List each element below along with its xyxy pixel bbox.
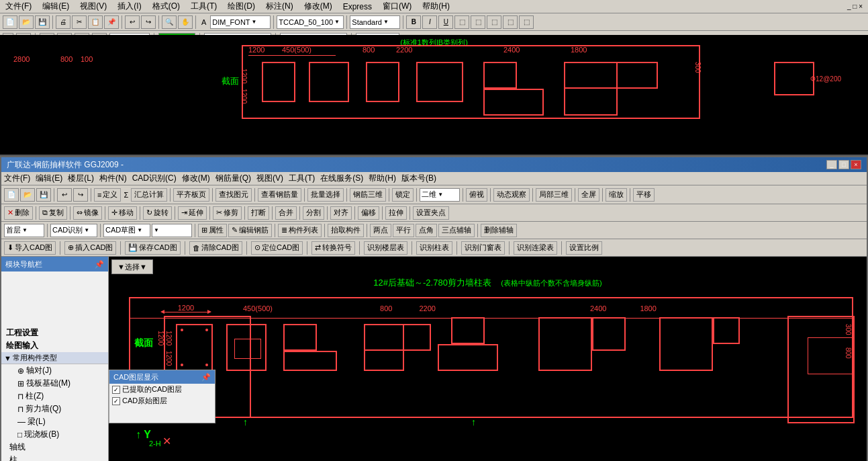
- top-menu-view[interactable]: 视图(V): [77, 1, 109, 12]
- cad-extracted-layer[interactable]: ✓ 已提取的CAD图层: [109, 384, 215, 395]
- ggj-comp-list[interactable]: ≣ 构件列表: [278, 224, 322, 237]
- misc3-btn[interactable]: ⬚: [487, 15, 501, 29]
- top-menu-modify[interactable]: 修改(M): [301, 1, 335, 12]
- ggj-save[interactable]: 💾: [36, 188, 51, 202]
- ggj-menu-online[interactable]: 在线服务(S): [320, 173, 363, 184]
- ggj-undo[interactable]: ↩: [57, 188, 72, 202]
- ggj-del-aux[interactable]: 删除辅轴: [481, 224, 517, 237]
- ggj-edit-rebar[interactable]: ✎ 编辑钢筋: [228, 224, 272, 237]
- sidebar-common-section[interactable]: ▼ 常用构件类型: [1, 352, 108, 364]
- undo-btn[interactable]: ↩: [125, 15, 140, 29]
- ggj-menu-tools[interactable]: 工具(T): [289, 173, 315, 184]
- ggj-trim[interactable]: ✂ 修剪: [213, 206, 242, 220]
- misc4-btn[interactable]: ⬚: [503, 15, 518, 29]
- open-btn[interactable]: 📂: [19, 15, 34, 29]
- ggj-id-floor[interactable]: 识别楼层表: [364, 241, 407, 255]
- ggj-find[interactable]: 查找图元: [215, 188, 252, 202]
- ggj-open[interactable]: 📂: [20, 188, 35, 202]
- top-menu-format[interactable]: 格式(O): [150, 1, 183, 12]
- sidebar-item-axis[interactable]: ⊕ 轴对(J): [1, 364, 108, 377]
- ggj-point-angle[interactable]: 点角: [416, 224, 437, 237]
- top-menu-dim[interactable]: 标注(N): [263, 1, 296, 12]
- ggj-pick[interactable]: 抬取构件: [328, 224, 364, 237]
- ggj-setgrip[interactable]: 设置夹点: [413, 206, 449, 220]
- ggj-rebar3d[interactable]: 钢筋三维: [350, 188, 386, 202]
- ggj-rotate[interactable]: ↻ 旋转: [143, 206, 172, 220]
- ggj-copy[interactable]: ⧉ 复制: [39, 206, 67, 220]
- cad-drawing-combo[interactable]: CAD草图 ▼: [103, 224, 150, 237]
- sidebar-item-column[interactable]: ⊓ 柱(Z): [1, 390, 108, 403]
- ggj-id-column-table[interactable]: 识别柱表: [416, 241, 452, 255]
- ggj-menu-floor[interactable]: 楼层(L): [68, 173, 94, 184]
- ggj-define-btn[interactable]: ≡ 定义: [94, 188, 121, 202]
- ggj-three-point[interactable]: 三点辅轴: [438, 224, 475, 237]
- ggj-import-cad[interactable]: ⬇ 导入CAD图: [4, 241, 56, 255]
- ggj-id-conn-beam[interactable]: 识别连梁表: [514, 241, 557, 255]
- checkbox-original[interactable]: ✓: [112, 397, 120, 405]
- paste-btn[interactable]: 📌: [104, 15, 119, 29]
- misc5-btn[interactable]: ⬚: [519, 15, 534, 29]
- misc2-btn[interactable]: ⬚: [471, 15, 485, 29]
- sidebar-item-raft[interactable]: ⊞ 筏板基础(M): [1, 377, 108, 390]
- close-btn[interactable]: ×: [851, 160, 861, 169]
- ggj-view-rebar[interactable]: 查看钢筋量: [258, 188, 301, 202]
- ggj-menu-file[interactable]: 文件(F): [4, 173, 30, 184]
- ggj-extend[interactable]: ⇥ 延伸: [178, 206, 207, 220]
- ggj-parallel[interactable]: 平行: [393, 224, 414, 237]
- ggj-mirror[interactable]: ⇔ 镜像: [73, 206, 102, 220]
- top-menu-help[interactable]: 帮助(H): [420, 1, 452, 12]
- ggj-local3d[interactable]: 局部三维: [536, 188, 572, 202]
- copy-btn[interactable]: 📋: [88, 15, 103, 29]
- cad-extra-combo[interactable]: ▼: [152, 224, 192, 237]
- ggj-set-scale[interactable]: 设置比例: [566, 241, 602, 255]
- ggj-menu-rebar[interactable]: 钢筋量(Q): [215, 173, 251, 184]
- cut-btn[interactable]: ✂: [72, 15, 87, 29]
- sidebar-item-beam[interactable]: — 梁(L): [1, 415, 108, 428]
- ggj-save-cad[interactable]: 💾 保存CAD图: [125, 241, 180, 255]
- underline-btn[interactable]: U: [438, 15, 453, 29]
- zoom-btn[interactable]: 🔍: [162, 15, 177, 29]
- ggj-split[interactable]: 分割: [303, 206, 324, 220]
- cad-layer-pin[interactable]: 📌: [201, 373, 211, 382]
- ggj-insert-cad[interactable]: ⊕ 插入CAD图: [64, 241, 116, 255]
- top-menu-window[interactable]: 窗口(W): [380, 1, 414, 12]
- ggj-full-screen[interactable]: 全屏: [578, 188, 599, 202]
- ggj-offset[interactable]: 偏移: [358, 206, 379, 220]
- top-menu-file[interactable]: 文件(F): [3, 1, 34, 12]
- top-menu-insert[interactable]: 插入(I): [115, 1, 144, 12]
- ggj-flat-plate[interactable]: 平齐板页: [173, 188, 209, 202]
- new-btn[interactable]: 📄: [3, 15, 17, 29]
- italic-btn[interactable]: I: [422, 15, 437, 29]
- minimize-btn[interactable]: _: [826, 160, 837, 169]
- pan-btn[interactable]: ✋: [178, 15, 193, 29]
- sidebar-item-work-settings[interactable]: 工程设置: [1, 327, 108, 339]
- sidebar-pin-icon[interactable]: 📌: [95, 260, 104, 269]
- top-menu-edit[interactable]: 编辑(E): [40, 1, 72, 12]
- print-btn[interactable]: 🖨: [56, 15, 70, 29]
- font-combo[interactable]: DIM_FONT ▼: [210, 15, 271, 29]
- select-button[interactable]: ▼ 选择 ▼: [111, 259, 153, 274]
- ggj-menu-component[interactable]: 构件(N): [99, 173, 127, 184]
- ggj-convert-symbol[interactable]: ⇄ 转换符号: [311, 241, 355, 255]
- ggj-property[interactable]: ⊞ 属性: [198, 224, 227, 237]
- sidebar-item-axes[interactable]: 轴线: [1, 441, 108, 454]
- floor-select-combo[interactable]: 首层 ▼: [4, 224, 44, 237]
- top-menu-express[interactable]: Express: [340, 2, 375, 11]
- ggj-redo[interactable]: ↪: [73, 188, 88, 202]
- sidebar-item-shear-wall[interactable]: ⊓ 剪力墙(Q): [1, 403, 108, 415]
- ggj-batch-select[interactable]: 批量选择: [307, 188, 344, 202]
- ggj-menu-edit[interactable]: 编辑(E): [36, 173, 62, 184]
- top-menu-tools[interactable]: 工具(T): [188, 1, 220, 12]
- style-combo[interactable]: Standard ▼: [350, 15, 400, 29]
- ggj-move[interactable]: ✛ 移动: [108, 206, 137, 220]
- ggj-new[interactable]: 📄: [4, 188, 19, 202]
- ggj-clear-cad[interactable]: 🗑 清除CAD图: [189, 241, 242, 255]
- ggj-flat[interactable]: 平移: [633, 188, 655, 202]
- cad-id-combo[interactable]: CAD识别 ▼: [50, 224, 97, 237]
- misc1-btn[interactable]: ⬚: [454, 15, 469, 29]
- ggj-delete[interactable]: ✕ 删除: [4, 206, 33, 220]
- ggj-align[interactable]: 对齐: [330, 206, 352, 220]
- ggj-stretch[interactable]: 拉伸: [385, 206, 407, 220]
- save-btn[interactable]: 💾: [35, 15, 50, 29]
- ggj-lock[interactable]: 锁定: [392, 188, 414, 202]
